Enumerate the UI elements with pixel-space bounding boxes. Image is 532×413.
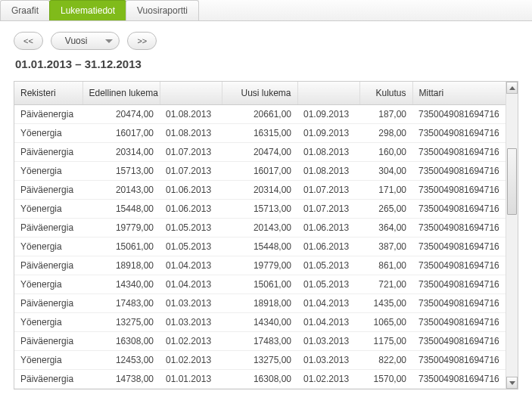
cell-edellinen-date: 01.02.2013 bbox=[160, 332, 222, 351]
cell-edellinen-lukema: 13275,00 bbox=[82, 313, 160, 332]
cell-mittari: 7350049081694716 bbox=[412, 162, 506, 181]
table-row[interactable]: Yöenergia13275,0001.03.201314340,0001.04… bbox=[14, 313, 506, 332]
cell-rekisteri: Päiväenergia bbox=[14, 294, 82, 313]
col-rekisteri[interactable]: Rekisteri bbox=[14, 82, 82, 105]
cell-kulutus: 1175,00 bbox=[359, 332, 412, 351]
cell-rekisteri: Päiväenergia bbox=[14, 256, 82, 275]
cell-rekisteri: Päiväenergia bbox=[14, 181, 82, 200]
cell-uusi-date: 01.04.2013 bbox=[297, 313, 359, 332]
col-kulutus[interactable]: Kulutus bbox=[359, 82, 412, 105]
cell-mittari: 7350049081694716 bbox=[412, 181, 506, 200]
cell-uusi-date: 01.08.2013 bbox=[297, 162, 359, 181]
cell-edellinen-date: 01.06.2013 bbox=[160, 181, 222, 200]
cell-rekisteri: Päiväenergia bbox=[14, 332, 82, 351]
vertical-scrollbar[interactable] bbox=[506, 82, 518, 389]
col-uusi-date[interactable] bbox=[297, 82, 359, 105]
scroll-down-button[interactable] bbox=[506, 377, 518, 389]
table-row[interactable]: Yöenergia12453,0001.02.201313275,0001.03… bbox=[14, 351, 506, 370]
tab-vuosiraportti[interactable]: Vuosiraportti bbox=[126, 0, 199, 20]
cell-edellinen-date: 01.08.2013 bbox=[160, 105, 222, 124]
cell-uusi-lukema: 13275,00 bbox=[222, 351, 297, 370]
cell-kulutus: 160,00 bbox=[359, 143, 412, 162]
table-row[interactable]: Yöenergia15448,0001.06.201315713,0001.07… bbox=[14, 200, 506, 219]
cell-uusi-lukema: 18918,00 bbox=[222, 294, 297, 313]
table-row[interactable]: Päiväenergia16308,0001.02.201317483,0001… bbox=[14, 332, 506, 351]
triangle-down-icon bbox=[509, 381, 515, 385]
period-select[interactable]: Vuosi bbox=[51, 32, 120, 50]
cell-uusi-lukema: 20474,00 bbox=[222, 143, 297, 162]
cell-rekisteri: Yöenergia bbox=[14, 238, 82, 256]
cell-kulutus: 187,00 bbox=[359, 105, 412, 124]
cell-kulutus: 304,00 bbox=[359, 162, 412, 181]
cell-edellinen-lukema: 20314,00 bbox=[82, 143, 160, 162]
cell-mittari: 7350049081694716 bbox=[412, 370, 506, 389]
next-button[interactable]: >> bbox=[127, 32, 157, 50]
tabstrip: Graafit Lukematiedot Vuosiraportti bbox=[0, 0, 532, 21]
table-row[interactable]: Päiväenergia20314,0001.07.201320474,0001… bbox=[14, 143, 506, 162]
cell-uusi-lukema: 19779,00 bbox=[222, 256, 297, 275]
col-uusi-lukema[interactable]: Uusi lukema bbox=[222, 82, 297, 105]
col-edellinen-date[interactable] bbox=[160, 82, 222, 105]
cell-edellinen-date: 01.04.2013 bbox=[160, 256, 222, 275]
cell-uusi-date: 01.03.2013 bbox=[297, 351, 359, 370]
toolbar: << Vuosi >> bbox=[14, 32, 518, 50]
cell-edellinen-date: 01.07.2013 bbox=[160, 143, 222, 162]
cell-kulutus: 171,00 bbox=[359, 181, 412, 200]
col-edellinen-lukema[interactable]: Edellinen lukema bbox=[82, 82, 160, 105]
period-select-label: Vuosi bbox=[65, 36, 88, 46]
table-row[interactable]: Päiväenergia20474,0001.08.201320661,0001… bbox=[14, 105, 506, 124]
cell-edellinen-lukema: 12453,00 bbox=[82, 351, 160, 370]
cell-edellinen-lukema: 16308,00 bbox=[82, 332, 160, 351]
cell-edellinen-lukema: 20143,00 bbox=[82, 181, 160, 200]
cell-kulutus: 265,00 bbox=[359, 200, 412, 219]
cell-edellinen-date: 01.04.2013 bbox=[160, 275, 222, 294]
table-row[interactable]: Yöenergia15061,0001.05.201315448,0001.06… bbox=[14, 238, 506, 256]
table-row[interactable]: Yöenergia15713,0001.07.201316017,0001.08… bbox=[14, 162, 506, 181]
cell-edellinen-lukema: 19779,00 bbox=[82, 219, 160, 238]
cell-uusi-date: 01.07.2013 bbox=[297, 181, 359, 200]
cell-uusi-date: 01.09.2013 bbox=[297, 124, 359, 143]
cell-mittari: 7350049081694716 bbox=[412, 275, 506, 294]
cell-kulutus: 822,00 bbox=[359, 351, 412, 370]
cell-kulutus: 1435,00 bbox=[359, 294, 412, 313]
cell-uusi-lukema: 14340,00 bbox=[222, 313, 297, 332]
table-row[interactable]: Päiväenergia14738,0001.01.201316308,0001… bbox=[14, 370, 506, 389]
cell-uusi-date: 01.02.2013 bbox=[297, 370, 359, 389]
cell-rekisteri: Yöenergia bbox=[14, 200, 82, 219]
cell-uusi-lukema: 15713,00 bbox=[222, 200, 297, 219]
cell-rekisteri: Päiväenergia bbox=[14, 219, 82, 238]
cell-kulutus: 721,00 bbox=[359, 275, 412, 294]
cell-mittari: 7350049081694716 bbox=[412, 351, 506, 370]
cell-edellinen-lukema: 15448,00 bbox=[82, 200, 160, 219]
table-row[interactable]: Päiväenergia19779,0001.05.201320143,0001… bbox=[14, 219, 506, 238]
prev-button[interactable]: << bbox=[14, 32, 43, 50]
cell-mittari: 7350049081694716 bbox=[412, 256, 506, 275]
cell-uusi-date: 01.06.2013 bbox=[297, 219, 359, 238]
cell-edellinen-date: 01.01.2013 bbox=[160, 370, 222, 389]
cell-kulutus: 364,00 bbox=[359, 219, 412, 238]
triangle-up-icon bbox=[509, 86, 515, 90]
cell-uusi-lukema: 17483,00 bbox=[222, 332, 297, 351]
scroll-thumb[interactable] bbox=[507, 148, 517, 215]
table-row[interactable]: Päiväenergia20143,0001.06.201320314,0001… bbox=[14, 181, 506, 200]
cell-mittari: 7350049081694716 bbox=[412, 219, 506, 238]
tab-lukematiedot[interactable]: Lukematiedot bbox=[49, 0, 126, 20]
cell-rekisteri: Yöenergia bbox=[14, 124, 82, 143]
cell-mittari: 7350049081694716 bbox=[412, 294, 506, 313]
cell-uusi-date: 01.07.2013 bbox=[297, 200, 359, 219]
table-row[interactable]: Päiväenergia17483,0001.03.201318918,0001… bbox=[14, 294, 506, 313]
tab-graafit[interactable]: Graafit bbox=[0, 0, 50, 20]
cell-uusi-date: 01.04.2013 bbox=[297, 294, 359, 313]
scroll-track[interactable] bbox=[506, 94, 518, 377]
table-row[interactable]: Yöenergia14340,0001.04.201315061,0001.05… bbox=[14, 275, 506, 294]
table-row[interactable]: Yöenergia16017,0001.08.201316315,0001.09… bbox=[14, 124, 506, 143]
cell-rekisteri: Yöenergia bbox=[14, 313, 82, 332]
scroll-up-button[interactable] bbox=[506, 82, 518, 94]
table-row[interactable]: Päiväenergia18918,0001.04.201319779,0001… bbox=[14, 256, 506, 275]
cell-uusi-date: 01.09.2013 bbox=[297, 105, 359, 124]
cell-edellinen-date: 01.02.2013 bbox=[160, 351, 222, 370]
cell-mittari: 7350049081694716 bbox=[412, 313, 506, 332]
col-mittari[interactable]: Mittari bbox=[412, 82, 506, 105]
cell-mittari: 7350049081694716 bbox=[412, 332, 506, 351]
cell-uusi-lukema: 15448,00 bbox=[222, 238, 297, 256]
